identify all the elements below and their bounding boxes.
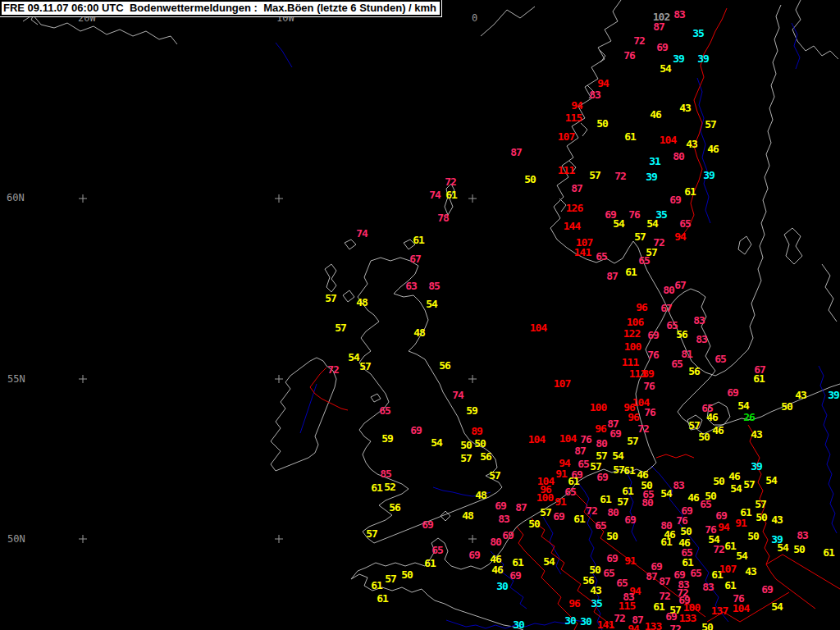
gust-value: 46 [650, 108, 662, 121]
gust-value: 57 [705, 118, 716, 130]
gust-value: 50 [701, 621, 714, 630]
gust-value: 65 [671, 358, 682, 370]
gust-value: 56 [676, 328, 688, 340]
gust-value: 46 [706, 411, 719, 423]
gust-value: 65 [700, 498, 711, 510]
gust-value: 57 [335, 322, 346, 334]
gust-value: 59 [466, 404, 477, 417]
gust-value: 50 [474, 437, 486, 450]
gust-value: 50 [524, 173, 536, 185]
coastline [792, 0, 838, 59]
gust-value: 50 [401, 568, 413, 581]
gust-value: 133 [679, 612, 696, 624]
gust-value: 57 [755, 498, 766, 510]
gust-value: 76 [647, 349, 660, 361]
gust-value: 57 [540, 506, 551, 518]
gust-value: 59 [381, 432, 393, 445]
gust-value: 31 [649, 155, 661, 167]
gust-value: 69 [596, 471, 608, 483]
gust-value: 80 [490, 536, 502, 548]
gust-value: 89 [471, 425, 482, 437]
coastline [23, 15, 177, 44]
gust-value: 35 [591, 597, 602, 609]
coastline [481, 7, 535, 36]
gust-value: 30 [496, 580, 509, 592]
gust-value: 56 [688, 365, 701, 377]
gust-value: 87 [659, 575, 670, 587]
country-border [656, 454, 694, 458]
gust-value: 76 [644, 406, 656, 418]
gust-value: 65 [603, 567, 614, 579]
gust-value: 61 [512, 556, 524, 568]
gust-value: 57 [688, 419, 700, 431]
coastline [325, 264, 336, 292]
gust-value: 39 [703, 169, 714, 181]
gust-value: 54 [348, 351, 360, 363]
grid-label: 55N [7, 373, 25, 385]
gust-value: 69 [727, 386, 738, 399]
gust-value: 94 [628, 623, 640, 630]
gust-value: 94 [674, 231, 687, 243]
gust-value: 72 [445, 176, 456, 188]
gust-value: 39 [646, 171, 657, 183]
gust-value: 57 [617, 495, 628, 508]
gust-value: 52 [384, 481, 395, 493]
gust-value: 61 [724, 579, 737, 591]
gust-value: 69 [468, 549, 480, 561]
gust-value: 69 [502, 529, 514, 541]
gust-value: 91 [624, 555, 637, 567]
gust-value: 83 [673, 479, 684, 491]
gust-value: 137 [711, 605, 728, 617]
gust-value: 43 [745, 565, 756, 578]
gust-value: 69 [553, 510, 564, 523]
gust-value: 50 [747, 530, 760, 542]
gust-value: 74 [356, 227, 368, 240]
gust-value: 57 [743, 478, 755, 491]
gust-value: 67 [660, 302, 672, 314]
gust-value: 87 [646, 570, 657, 582]
gust-value: 30 [580, 615, 592, 628]
gust-value: 48 [462, 509, 474, 522]
grid-cross [468, 535, 477, 543]
gust-value: 69 [624, 514, 636, 526]
gust-value: 69 [761, 583, 773, 596]
gust-value: 65 [638, 254, 650, 267]
gust-value: 69 [422, 518, 433, 531]
gust-value: 65 [642, 488, 654, 500]
gust-value: 83 [498, 513, 509, 525]
gust-value: 144 [564, 220, 582, 232]
gust-value: 43 [686, 138, 697, 150]
gust-value: 61 [753, 372, 765, 385]
gust-value: 54 [765, 474, 778, 486]
gust-value: 61 [445, 189, 458, 201]
gust-value: 69 [647, 329, 659, 341]
gust-value: 61 [600, 493, 612, 505]
gust-value: 87 [653, 21, 664, 33]
gust-value: 69 [410, 424, 422, 436]
gust-value: 46 [687, 491, 700, 504]
gust-value: 72 [713, 543, 724, 555]
gust-value: 78 [437, 212, 450, 224]
coastline [345, 240, 356, 249]
gust-value: 67 [674, 279, 686, 291]
river [276, 43, 292, 67]
gust-value: 39 [751, 460, 762, 472]
gust-value: 100 [590, 401, 608, 413]
coastline [371, 394, 381, 402]
gust-value: 104 [559, 432, 578, 445]
gust-value: 57 [627, 435, 638, 447]
gust-value: 133 [645, 620, 662, 630]
gust-value: 43 [795, 389, 806, 401]
gust-value: 87 [515, 501, 527, 514]
gust-value: 30 [564, 614, 577, 627]
coastline [343, 290, 354, 302]
grid-label: 60N [7, 192, 25, 203]
gust-value: 87 [574, 445, 586, 457]
gust-value: 69 [609, 427, 621, 440]
gust-value: 65 [564, 486, 576, 498]
gust-value: 115 [565, 112, 582, 124]
gust-value: 104 [660, 134, 678, 146]
gust-value: 96 [628, 411, 640, 423]
gust-value: 43 [771, 514, 783, 526]
gust-value: 80 [596, 437, 608, 450]
